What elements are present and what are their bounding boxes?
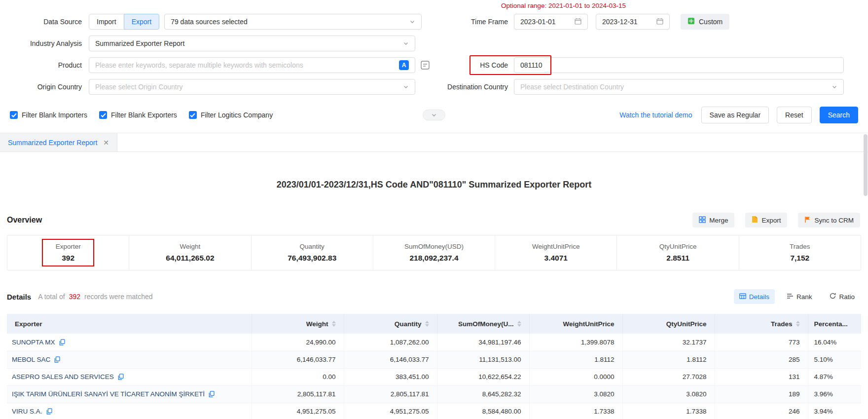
industry-analysis-value: Summarized Exporter Report — [95, 39, 184, 47]
table-row: MEBOL SAC6,146,033.776,146,033.7711,131,… — [7, 351, 861, 368]
weight-unit-price-cell: 1,399.8078 — [529, 334, 622, 351]
sort-icon[interactable] — [517, 321, 521, 327]
data-source-select[interactable]: 79 data sources selected — [164, 14, 422, 30]
origin-country-placeholder: Please select Origin Country — [95, 83, 182, 91]
filter-blank-importers-checkbox[interactable]: Filter Blank Importers — [10, 111, 87, 119]
chevron-down-icon — [409, 19, 415, 25]
collapse-filters-button[interactable] — [423, 110, 445, 120]
trades-cell: 285 — [715, 351, 808, 368]
quantity-cell: 1,087,262.00 — [344, 334, 437, 351]
destination-country-select[interactable]: Please select Destination Country — [514, 79, 844, 95]
stat-sum-of-money: SumOfMoney(USD) 218,092,237.4 — [373, 235, 495, 270]
percentage-cell: 5.10% — [808, 351, 861, 368]
industry-analysis-row: Industry Analysis Summarized Exporter Re… — [0, 36, 868, 51]
exporter-link[interactable]: VIRU S.A. — [12, 408, 42, 415]
export-button[interactable]: Export — [745, 213, 787, 228]
qty-unit-price-cell: 1.8112 — [622, 351, 715, 368]
optional-range-note: Optional range: 2021-01-01 to 2024-03-15 — [501, 2, 626, 9]
tab-summarized-exporter-report[interactable]: Summarized Exporter Report ✕ — [0, 133, 117, 152]
quantity-cell: 6,146,033.77 — [344, 351, 437, 368]
time-frame-label: Time Frame — [444, 18, 508, 26]
sync-to-crm-button[interactable]: Sync to CRM — [798, 213, 860, 228]
search-button[interactable]: Search — [820, 107, 858, 123]
copy-icon[interactable] — [118, 374, 124, 380]
industry-analysis-select[interactable]: Summarized Exporter Report — [89, 36, 415, 51]
exporter-link[interactable]: MEBOL SAC — [12, 356, 50, 363]
product-row: Product Please enter keywords, separate … — [0, 57, 868, 73]
exporter-link[interactable]: ASEPRO SALES AND SERVICES — [12, 373, 114, 381]
copy-icon[interactable] — [54, 356, 60, 363]
destination-country-label: Destination Country — [444, 83, 508, 91]
chevron-down-icon — [403, 84, 409, 90]
quantity-cell: 4,951,275.05 — [344, 403, 437, 419]
sort-icon[interactable] — [796, 321, 800, 327]
hs-code-input[interactable]: 081110 — [514, 57, 844, 73]
merge-button[interactable]: Merge — [692, 213, 734, 228]
copy-icon[interactable] — [46, 408, 52, 415]
col-sum-of-money[interactable]: SumOfMoney(U... — [437, 314, 529, 334]
sort-icon[interactable] — [425, 321, 429, 327]
filter-options-row: Filter Blank Importers Filter Blank Expo… — [0, 107, 868, 123]
filter-blank-exporters-checkbox[interactable]: Filter Blank Exporters — [99, 111, 177, 119]
weight-unit-price-cell: 1.7338 — [529, 403, 622, 419]
col-exporter: Exporter — [7, 314, 252, 334]
product-input[interactable]: Please enter keywords, separate multiple… — [89, 57, 415, 73]
sort-icon[interactable] — [332, 321, 336, 327]
keyword-library-icon[interactable] — [420, 60, 430, 70]
filter-logistics-company-checkbox[interactable]: Filter Logitics Company — [189, 111, 273, 119]
checkbox-check-icon — [189, 111, 197, 119]
sum-of-money-cell: 11,131,513.00 — [437, 351, 529, 368]
product-placeholder: Please enter keywords, separate multiple… — [95, 61, 399, 69]
table-body: SUNOPTA MX24,990.001,087,262.0034,981,19… — [7, 334, 861, 419]
col-trades[interactable]: Trades — [715, 314, 808, 334]
exporter-cell: VIRU S.A. — [7, 403, 252, 419]
col-weight-unit-price: WeightUnitPrice — [529, 314, 622, 334]
close-icon[interactable]: ✕ — [103, 139, 109, 147]
save-as-regular-button[interactable]: Save as Regular — [701, 107, 769, 123]
export-toggle[interactable]: Export — [124, 14, 159, 30]
qty-unit-price-cell: 3.0820 — [622, 385, 715, 403]
stat-qty-unit-price: QtyUnitPrice 2.8511 — [616, 235, 738, 270]
qty-unit-price-cell: 1.7338 — [622, 403, 715, 419]
exporter-cell: IŞIK TARIM ÜRÜNLERİ SANAYİ VE TİCARET AN… — [7, 385, 252, 403]
percentage-cell: 3.96% — [808, 385, 861, 403]
col-percentage: Percenta... — [808, 314, 861, 334]
weight-unit-price-cell: 1.8112 — [529, 351, 622, 368]
origin-country-select[interactable]: Please select Origin Country — [89, 79, 415, 95]
checkbox-check-icon — [99, 111, 107, 119]
export-file-icon — [752, 216, 758, 225]
view-ratio-button[interactable]: Ratio — [824, 289, 860, 304]
report-title: 2023/01/01-2023/12/31,HS Code AND"081110… — [0, 180, 868, 190]
total-prefix: A total of — [38, 293, 65, 301]
tutorial-link[interactable]: Watch the tutorial demo — [619, 111, 692, 119]
percentage-cell: 4.87% — [808, 368, 861, 385]
custom-button[interactable]: Custom — [681, 14, 729, 30]
copy-icon[interactable] — [59, 339, 65, 345]
trades-cell: 189 — [715, 385, 808, 403]
exporter-link[interactable]: IŞIK TARIM ÜRÜNLERİ SANAYİ VE TİCARET AN… — [12, 390, 205, 398]
sum-of-money-cell: 8,584,480.00 — [437, 403, 529, 419]
end-date-input[interactable]: 2023-12-31 — [596, 14, 670, 30]
copy-icon[interactable] — [209, 391, 215, 397]
view-details-button[interactable]: Details — [734, 289, 775, 304]
start-date-input[interactable]: 2023-01-01 — [514, 14, 588, 30]
weight-cell: 24,990.00 — [252, 334, 344, 351]
col-quantity[interactable]: Quantity — [344, 314, 437, 334]
stat-weight: Weight 64,011,265.02 — [129, 235, 251, 270]
chevron-down-icon — [431, 112, 437, 118]
percentage-cell: 3.94% — [808, 403, 861, 419]
quantity-cell: 383,451.00 — [344, 368, 437, 385]
col-weight[interactable]: Weight — [252, 314, 344, 334]
hs-code-value: 081110 — [520, 61, 542, 69]
stat-quantity: Quantity 76,493,902.83 — [251, 235, 373, 270]
view-rank-button[interactable]: Rank — [782, 289, 818, 304]
trades-cell: 773 — [715, 334, 808, 351]
sum-of-money-cell: 8,645,282.32 — [437, 385, 529, 403]
reset-button[interactable]: Reset — [777, 107, 812, 123]
import-toggle[interactable]: Import — [89, 14, 124, 30]
translate-icon[interactable]: A — [399, 60, 409, 70]
scrollbar-thumb[interactable] — [864, 134, 868, 196]
exporter-link[interactable]: SUNOPTA MX — [12, 339, 55, 346]
table-row: VIRU S.A.4,951,275.054,951,275.058,584,4… — [7, 403, 861, 419]
industry-analysis-label: Industry Analysis — [8, 39, 82, 47]
